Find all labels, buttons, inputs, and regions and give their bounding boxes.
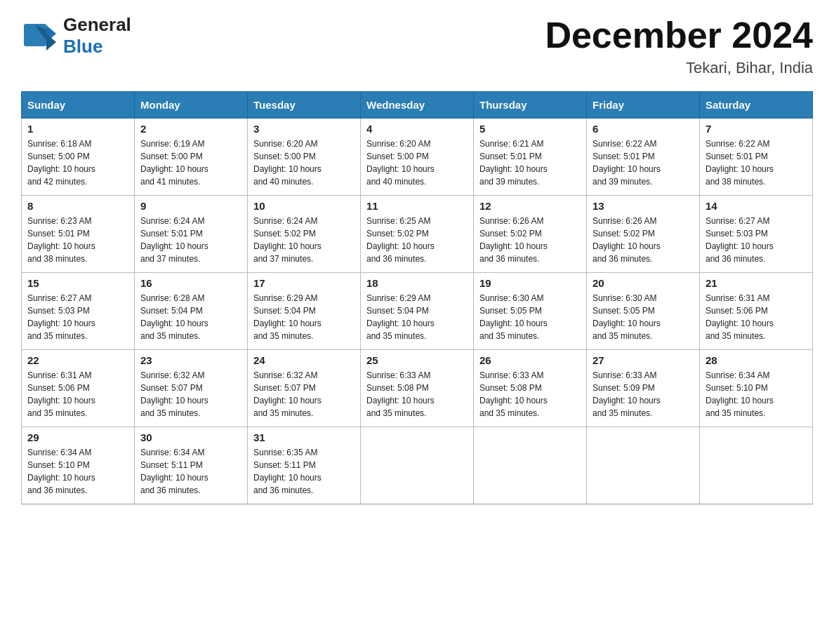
day-number: 20 bbox=[593, 277, 694, 289]
day-info: Sunrise: 6:34 AMSunset: 5:10 PMDaylight:… bbox=[27, 446, 128, 497]
calendar-week-4: 22Sunrise: 6:31 AMSunset: 5:06 PMDayligh… bbox=[22, 350, 813, 427]
day-info: Sunrise: 6:21 AMSunset: 5:01 PMDaylight:… bbox=[479, 137, 581, 188]
logo-icon bbox=[21, 20, 59, 58]
day-info: Sunrise: 6:26 AMSunset: 5:02 PMDaylight:… bbox=[479, 215, 581, 265]
calendar-cell: 10Sunrise: 6:24 AMSunset: 5:02 PMDayligh… bbox=[248, 196, 361, 273]
calendar-cell: 1Sunrise: 6:18 AMSunset: 5:00 PMDaylight… bbox=[22, 119, 135, 196]
day-info: Sunrise: 6:34 AMSunset: 5:11 PMDaylight:… bbox=[140, 446, 241, 497]
calendar-cell: 2Sunrise: 6:19 AMSunset: 5:00 PMDaylight… bbox=[135, 119, 248, 196]
calendar-cell: 21Sunrise: 6:31 AMSunset: 5:06 PMDayligh… bbox=[700, 273, 813, 350]
day-number: 10 bbox=[253, 200, 355, 212]
day-number: 17 bbox=[253, 277, 355, 289]
day-info: Sunrise: 6:20 AMSunset: 5:00 PMDaylight:… bbox=[366, 137, 468, 188]
weekday-header-tuesday: Tuesday bbox=[248, 92, 361, 119]
day-info: Sunrise: 6:26 AMSunset: 5:02 PMDaylight:… bbox=[593, 215, 694, 265]
day-info: Sunrise: 6:29 AMSunset: 5:04 PMDaylight:… bbox=[253, 292, 355, 342]
day-number: 12 bbox=[479, 200, 581, 212]
calendar-cell bbox=[587, 427, 700, 504]
calendar-cell: 3Sunrise: 6:20 AMSunset: 5:00 PMDaylight… bbox=[248, 119, 361, 196]
calendar-cell: 17Sunrise: 6:29 AMSunset: 5:04 PMDayligh… bbox=[248, 273, 361, 350]
calendar-cell: 22Sunrise: 6:31 AMSunset: 5:06 PMDayligh… bbox=[22, 350, 135, 427]
day-info: Sunrise: 6:24 AMSunset: 5:01 PMDaylight:… bbox=[140, 215, 241, 265]
day-info: Sunrise: 6:35 AMSunset: 5:11 PMDaylight:… bbox=[253, 446, 355, 497]
calendar-cell bbox=[361, 427, 474, 504]
day-number: 14 bbox=[706, 200, 807, 212]
day-number: 30 bbox=[140, 431, 241, 443]
logo-line2: Blue bbox=[63, 36, 131, 58]
day-info: Sunrise: 6:33 AMSunset: 5:08 PMDaylight:… bbox=[366, 369, 468, 420]
day-number: 26 bbox=[479, 354, 581, 366]
calendar-cell: 19Sunrise: 6:30 AMSunset: 5:05 PMDayligh… bbox=[474, 273, 587, 350]
weekday-header-friday: Friday bbox=[587, 92, 700, 119]
day-number: 19 bbox=[479, 277, 581, 289]
calendar-cell: 27Sunrise: 6:33 AMSunset: 5:09 PMDayligh… bbox=[587, 350, 700, 427]
day-number: 29 bbox=[27, 431, 128, 443]
logo-text-block: General Blue bbox=[63, 14, 131, 58]
day-number: 11 bbox=[366, 200, 468, 212]
title-block: December 2024 Tekari, Bihar, India bbox=[545, 14, 813, 77]
day-number: 5 bbox=[479, 123, 581, 135]
day-number: 18 bbox=[366, 277, 468, 289]
calendar-cell: 7Sunrise: 6:22 AMSunset: 5:01 PMDaylight… bbox=[700, 119, 813, 196]
logo: General Blue bbox=[21, 14, 131, 58]
calendar-cell bbox=[474, 427, 587, 504]
calendar-cell: 18Sunrise: 6:29 AMSunset: 5:04 PMDayligh… bbox=[361, 273, 474, 350]
calendar-week-1: 1Sunrise: 6:18 AMSunset: 5:00 PMDaylight… bbox=[22, 119, 813, 196]
calendar-cell: 25Sunrise: 6:33 AMSunset: 5:08 PMDayligh… bbox=[361, 350, 474, 427]
day-info: Sunrise: 6:33 AMSunset: 5:08 PMDaylight:… bbox=[479, 369, 581, 420]
calendar-cell: 16Sunrise: 6:28 AMSunset: 5:04 PMDayligh… bbox=[135, 273, 248, 350]
weekday-header-row: SundayMondayTuesdayWednesdayThursdayFrid… bbox=[22, 92, 813, 119]
day-info: Sunrise: 6:34 AMSunset: 5:10 PMDaylight:… bbox=[706, 369, 807, 420]
day-number: 16 bbox=[140, 277, 241, 289]
day-number: 9 bbox=[140, 200, 241, 212]
day-number: 28 bbox=[706, 354, 807, 366]
day-info: Sunrise: 6:24 AMSunset: 5:02 PMDaylight:… bbox=[253, 215, 355, 265]
day-number: 21 bbox=[706, 277, 807, 289]
day-number: 6 bbox=[593, 123, 694, 135]
weekday-header-saturday: Saturday bbox=[700, 92, 813, 119]
main-title: December 2024 bbox=[545, 14, 813, 56]
day-number: 8 bbox=[27, 200, 128, 212]
calendar-cell: 13Sunrise: 6:26 AMSunset: 5:02 PMDayligh… bbox=[587, 196, 700, 273]
day-info: Sunrise: 6:27 AMSunset: 5:03 PMDaylight:… bbox=[27, 292, 128, 342]
calendar-cell: 4Sunrise: 6:20 AMSunset: 5:00 PMDaylight… bbox=[361, 119, 474, 196]
day-number: 24 bbox=[253, 354, 355, 366]
day-info: Sunrise: 6:25 AMSunset: 5:02 PMDaylight:… bbox=[366, 215, 468, 265]
day-info: Sunrise: 6:30 AMSunset: 5:05 PMDaylight:… bbox=[479, 292, 581, 342]
day-number: 7 bbox=[706, 123, 807, 135]
weekday-header-sunday: Sunday bbox=[22, 92, 135, 119]
day-info: Sunrise: 6:33 AMSunset: 5:09 PMDaylight:… bbox=[593, 369, 694, 420]
day-info: Sunrise: 6:31 AMSunset: 5:06 PMDaylight:… bbox=[27, 369, 128, 420]
day-info: Sunrise: 6:22 AMSunset: 5:01 PMDaylight:… bbox=[706, 137, 807, 188]
calendar-week-2: 8Sunrise: 6:23 AMSunset: 5:01 PMDaylight… bbox=[22, 196, 813, 273]
day-info: Sunrise: 6:31 AMSunset: 5:06 PMDaylight:… bbox=[706, 292, 807, 342]
calendar-cell: 24Sunrise: 6:32 AMSunset: 5:07 PMDayligh… bbox=[248, 350, 361, 427]
weekday-header-wednesday: Wednesday bbox=[361, 92, 474, 119]
day-number: 25 bbox=[366, 354, 468, 366]
page-header: General Blue December 2024 Tekari, Bihar… bbox=[21, 14, 813, 77]
day-info: Sunrise: 6:20 AMSunset: 5:00 PMDaylight:… bbox=[253, 137, 355, 188]
calendar-header: SundayMondayTuesdayWednesdayThursdayFrid… bbox=[22, 92, 813, 119]
day-number: 13 bbox=[593, 200, 694, 212]
day-info: Sunrise: 6:18 AMSunset: 5:00 PMDaylight:… bbox=[27, 137, 128, 188]
day-number: 1 bbox=[27, 123, 128, 135]
day-number: 27 bbox=[593, 354, 694, 366]
calendar-cell: 9Sunrise: 6:24 AMSunset: 5:01 PMDaylight… bbox=[135, 196, 248, 273]
calendar-cell: 20Sunrise: 6:30 AMSunset: 5:05 PMDayligh… bbox=[587, 273, 700, 350]
logo-line1: General bbox=[63, 14, 131, 36]
day-info: Sunrise: 6:19 AMSunset: 5:00 PMDaylight:… bbox=[140, 137, 241, 188]
subtitle: Tekari, Bihar, India bbox=[545, 59, 813, 77]
calendar-week-5: 29Sunrise: 6:34 AMSunset: 5:10 PMDayligh… bbox=[22, 427, 813, 504]
day-info: Sunrise: 6:27 AMSunset: 5:03 PMDaylight:… bbox=[706, 215, 807, 265]
day-info: Sunrise: 6:30 AMSunset: 5:05 PMDaylight:… bbox=[593, 292, 694, 342]
calendar-cell: 29Sunrise: 6:34 AMSunset: 5:10 PMDayligh… bbox=[22, 427, 135, 504]
calendar-cell: 30Sunrise: 6:34 AMSunset: 5:11 PMDayligh… bbox=[135, 427, 248, 504]
day-info: Sunrise: 6:28 AMSunset: 5:04 PMDaylight:… bbox=[140, 292, 241, 342]
day-info: Sunrise: 6:32 AMSunset: 5:07 PMDaylight:… bbox=[140, 369, 241, 420]
calendar-cell: 15Sunrise: 6:27 AMSunset: 5:03 PMDayligh… bbox=[22, 273, 135, 350]
calendar-cell: 12Sunrise: 6:26 AMSunset: 5:02 PMDayligh… bbox=[474, 196, 587, 273]
day-info: Sunrise: 6:22 AMSunset: 5:01 PMDaylight:… bbox=[593, 137, 694, 188]
calendar-cell: 23Sunrise: 6:32 AMSunset: 5:07 PMDayligh… bbox=[135, 350, 248, 427]
calendar-cell: 14Sunrise: 6:27 AMSunset: 5:03 PMDayligh… bbox=[700, 196, 813, 273]
weekday-header-monday: Monday bbox=[135, 92, 248, 119]
